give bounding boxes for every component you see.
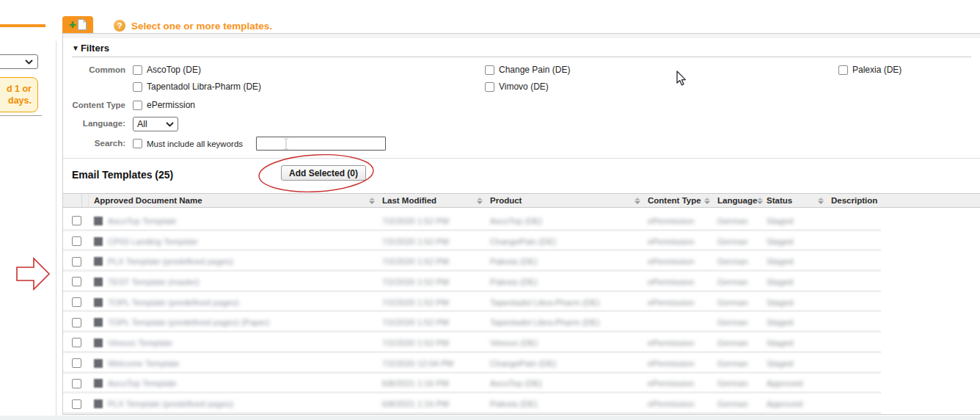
filters-title: Filters	[81, 43, 109, 54]
row-checkbox[interactable]	[72, 338, 81, 347]
last-modified-text: 7/2/2020 1:52 PM	[382, 298, 449, 307]
status-cell: Approved	[761, 394, 826, 414]
column-header-status[interactable]: Status	[761, 194, 826, 207]
status-cell: Staged	[761, 353, 826, 374]
search-controls: Must include all keywords	[133, 137, 386, 151]
filter-checkbox[interactable]	[485, 65, 494, 75]
document-name-cell[interactable]: PLX Template (predefined pages)	[89, 394, 377, 414]
keywords-checkbox[interactable]	[133, 139, 142, 148]
search-input[interactable]	[256, 137, 386, 151]
content-type-cell: ePermission	[643, 292, 712, 313]
sidebar-dropdown[interactable]	[0, 54, 38, 69]
filter-option-0[interactable]: AscoTop (DE)	[133, 63, 485, 76]
document-name-cell[interactable]: CP03 Landing Template	[89, 231, 377, 252]
content-type-filter-row: Content Type ePermission	[72, 98, 971, 112]
table-row: TEST Template (master) 7/2/2020 1:52 PM …	[63, 272, 881, 292]
product-cell: Palexia (DE)	[485, 251, 643, 272]
content-type-text: ePermission	[648, 217, 694, 225]
language-select[interactable]: All	[133, 117, 178, 131]
content-type-text: ePermission	[648, 359, 694, 368]
last-modified-cell: 6/8/2021 1:16 PM	[377, 394, 485, 414]
language-text: German	[717, 298, 748, 307]
row-checkbox[interactable]	[72, 216, 81, 225]
filter-option-3[interactable]: Tapentadol Libra-Pharm (DE)	[133, 80, 485, 93]
row-spacer-cell	[82, 292, 89, 313]
table-row: CP03 Landing Template 7/2/2020 1:52 PM C…	[63, 231, 881, 252]
document-name-text: Vimovo Template	[108, 338, 172, 347]
chevron-down-icon	[25, 59, 33, 65]
sort-arrows-icon[interactable]	[477, 198, 483, 204]
status-cell: Staged	[761, 231, 826, 252]
sidebar-accent-line	[0, 24, 45, 27]
epermission-checkbox[interactable]	[133, 101, 142, 110]
document-name-cell[interactable]: PLX Template (predefined pages)	[89, 251, 377, 272]
filter-option-epermission[interactable]: ePermission	[133, 98, 485, 112]
row-checkbox[interactable]	[72, 318, 81, 327]
column-header-language[interactable]: Language	[712, 194, 761, 207]
last-modified-text: 7/2/2020 1:52 PM	[382, 278, 449, 286]
select-all-header-cell	[63, 194, 82, 207]
column-header-product[interactable]: Product	[485, 194, 643, 207]
sort-arrows-icon[interactable]	[704, 198, 710, 204]
content-type-cell: ePermission	[643, 251, 712, 272]
list-title: Email Templates (25)	[72, 169, 173, 181]
sidebar-divider	[0, 115, 42, 116]
add-selected-button[interactable]: Add Selected (0)	[281, 165, 366, 181]
help-icon[interactable]: ?	[114, 20, 125, 32]
search-filter-label: Search:	[72, 137, 125, 148]
last-modified-cell: 7/2/2020 1:52 PM	[377, 272, 485, 292]
row-checkbox[interactable]	[72, 379, 81, 388]
document-name-text: PLX Template (predefined pages)	[108, 257, 233, 266]
column-header-content-type[interactable]: Content Type	[643, 194, 712, 207]
table-row: AscoTop Template 7/2/2020 1:52 PM AscoTo…	[63, 211, 881, 231]
filter-checkbox[interactable]	[133, 65, 142, 75]
column-header-description[interactable]: Description	[826, 194, 980, 207]
document-name-cell[interactable]: TOPL Template (predefined pages)	[89, 292, 377, 313]
column-header-last-modified[interactable]: Last Modified	[377, 194, 485, 207]
last-modified-cell: 7/2/2020 1:52 PM	[377, 231, 485, 252]
sort-arrows-icon[interactable]	[635, 198, 640, 204]
row-checkbox-cell	[63, 353, 82, 374]
filter-checkbox[interactable]	[485, 82, 494, 92]
row-spacer-cell	[82, 251, 89, 272]
last-modified-text: 7/2/2020 1:52 PM	[382, 338, 449, 347]
document-name-cell[interactable]: AscoTop Template	[89, 211, 377, 231]
document-name-cell[interactable]: TEST Template (master)	[89, 272, 377, 292]
notice-line: d 1 or	[7, 83, 32, 95]
text-caret-icon	[282, 138, 290, 150]
content-type-filter-options: ePermission	[133, 98, 838, 112]
document-name-text: CP03 Landing Template	[108, 237, 198, 246]
sort-arrows-icon[interactable]	[818, 198, 824, 204]
row-checkbox[interactable]	[72, 358, 81, 368]
add-template-tab[interactable]: +	[62, 16, 93, 33]
row-checkbox[interactable]	[72, 399, 81, 409]
filter-option-2[interactable]: Palexia (DE)	[838, 63, 902, 76]
common-filter-row: Common AscoTop (DE) Change Pain (DE) Pal…	[72, 63, 971, 93]
row-checkbox[interactable]	[72, 257, 81, 267]
row-checkbox-cell	[63, 292, 82, 313]
product-cell: Palexia (DE)	[485, 394, 643, 414]
document-name-cell[interactable]: Vimovo Template	[89, 333, 377, 353]
row-checkbox[interactable]	[72, 236, 81, 246]
filter-checkbox[interactable]	[838, 65, 848, 75]
filter-option-1[interactable]: Change Pain (DE)	[485, 63, 838, 76]
last-modified-text: 7/2/2020 1:52 PM	[382, 318, 449, 327]
sort-arrows-icon[interactable]	[369, 198, 375, 204]
filters-header[interactable]: ▼ Filters	[72, 43, 971, 54]
product-cell: AscoTop (DE)	[485, 211, 643, 231]
row-spacer-cell	[82, 374, 89, 394]
filter-checkbox[interactable]	[133, 82, 142, 92]
document-name-cell[interactable]: TOPL Template (predefined pages) (Paper)	[89, 312, 377, 333]
product-cell: ChangePain (DE)	[485, 231, 643, 252]
last-modified-cell: 7/2/2020 1:52 PM	[377, 211, 485, 231]
filter-option-4[interactable]: Vimovo (DE)	[485, 80, 838, 93]
instruction-bar: ? Select one or more templates.	[114, 20, 272, 32]
language-cell: German	[712, 292, 761, 313]
document-name-cell[interactable]: Welcome Template	[89, 353, 377, 374]
document-name-cell[interactable]: AscoTop Template	[89, 374, 377, 394]
row-checkbox[interactable]	[72, 277, 81, 286]
search-filter-row: Search: Must include all keywords	[72, 137, 971, 151]
row-checkbox[interactable]	[72, 297, 81, 307]
collapse-triangle-icon[interactable]: ▼	[72, 44, 79, 52]
column-header-approved-document-name[interactable]: Approved Document Name	[89, 194, 377, 207]
